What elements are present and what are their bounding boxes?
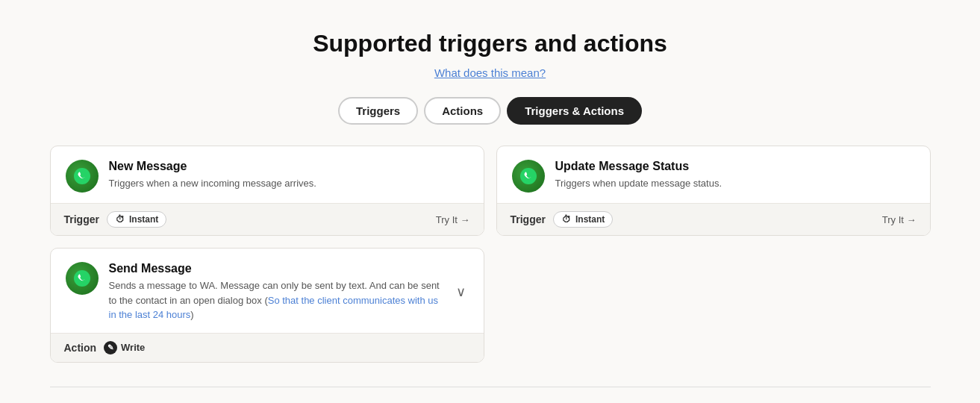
write-icon: ✎ xyxy=(104,341,117,354)
type-label-action: Action xyxy=(64,342,97,354)
try-it-link[interactable]: Try It → xyxy=(436,214,470,225)
card-title: Send Message xyxy=(109,262,443,275)
expand-button[interactable]: ∨ xyxy=(453,281,469,303)
card-title: Update Message Status xyxy=(555,160,915,173)
card-body: Update Message Status Triggers when upda… xyxy=(497,146,930,203)
instant-badge: ⏱ Instant xyxy=(107,211,166,228)
card-title: New Message xyxy=(109,160,469,173)
instant-badge: ⏱ Instant xyxy=(553,211,613,228)
card-info: Send Message Sends a message to WA. Mess… xyxy=(109,262,443,322)
help-link[interactable]: What does this mean? xyxy=(434,66,546,79)
card-info: New Message Triggers when a new incoming… xyxy=(109,160,469,191)
try-it-link[interactable]: Try It → xyxy=(882,214,917,225)
card-info: Update Message Status Triggers when upda… xyxy=(555,160,915,191)
card-footer: Action ✎ Write xyxy=(51,333,484,362)
type-label-trigger: Trigger xyxy=(64,213,99,225)
footer-left: Trigger ⏱ Instant xyxy=(64,211,167,228)
whatsapp-icon xyxy=(519,167,537,185)
card-footer: Trigger ⏱ Instant Try It → xyxy=(497,203,930,235)
card-footer: Trigger ⏱ Instant Try It → xyxy=(51,203,484,235)
card-description: Triggers when a new incoming message arr… xyxy=(109,176,469,191)
instant-icon: ⏱ xyxy=(115,214,125,225)
whatsapp-icon xyxy=(73,167,91,185)
card-new-message: New Message Triggers when a new incoming… xyxy=(50,146,484,236)
footer-left: Trigger ⏱ Instant xyxy=(511,211,614,228)
tab-bar: Triggers Actions Triggers & Actions xyxy=(338,97,642,125)
tab-triggers[interactable]: Triggers xyxy=(338,97,418,125)
write-badge: ✎ Write xyxy=(104,341,145,354)
svg-point-2 xyxy=(74,270,90,287)
badge-label: Instant xyxy=(575,214,605,225)
tab-actions[interactable]: Actions xyxy=(424,97,501,125)
page-divider xyxy=(50,387,931,387)
cards-grid: New Message Triggers when a new incoming… xyxy=(50,146,931,363)
card-body: Send Message Sends a message to WA. Mess… xyxy=(51,249,484,333)
card-send-message: Send Message Sends a message to WA. Mess… xyxy=(50,248,484,363)
card-description: Sends a message to WA. Message can only … xyxy=(109,278,443,322)
card-body: New Message Triggers when a new incoming… xyxy=(51,146,484,203)
whatsapp-icon xyxy=(73,269,91,287)
instant-icon: ⏱ xyxy=(561,214,572,225)
page-title: Supported triggers and actions xyxy=(313,30,667,57)
app-icon xyxy=(66,262,99,295)
footer-left: Action ✎ Write xyxy=(64,341,146,354)
app-icon xyxy=(66,160,99,193)
type-label-trigger: Trigger xyxy=(511,213,546,225)
write-label: Write xyxy=(121,342,145,353)
card-description: Triggers when update message status. xyxy=(555,176,915,191)
svg-point-0 xyxy=(74,168,90,184)
app-icon xyxy=(512,160,545,193)
svg-point-1 xyxy=(520,168,537,184)
badge-label: Instant xyxy=(129,214,158,225)
tab-triggers-actions[interactable]: Triggers & Actions xyxy=(507,97,642,125)
card-update-message-status: Update Message Status Triggers when upda… xyxy=(496,146,931,236)
